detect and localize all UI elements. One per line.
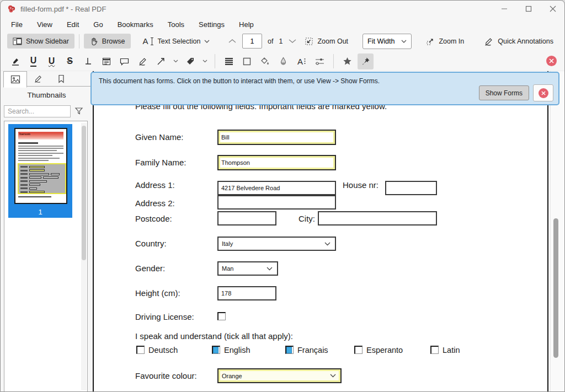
given-name-field[interactable] [217, 130, 336, 145]
forms-notification-bar: This document has forms. Click on the bu… [90, 72, 559, 105]
driving-license-checkbox[interactable] [217, 312, 226, 320]
thumbnail-footer-lines [15, 195, 66, 197]
menu-view[interactable]: View [30, 19, 60, 30]
city-field[interactable] [318, 211, 437, 225]
language-label-deutsch: Deutsch [148, 346, 178, 355]
address1-field[interactable] [217, 181, 336, 195]
browse-button[interactable]: Browse [84, 34, 131, 49]
tab-bookmarks[interactable] [50, 71, 72, 86]
gender-select[interactable]: Man [217, 261, 278, 276]
menu-tools[interactable]: Tools [161, 19, 191, 30]
main-toolbar: Show Sidebar Browse A Text Selection of … [1, 31, 565, 51]
zoom-in-button[interactable]: Zoom In [420, 34, 470, 49]
arrow-tool-button[interactable] [153, 53, 169, 69]
menu-help[interactable]: Help [232, 19, 261, 30]
address2-field[interactable] [217, 195, 336, 210]
caret-icon [84, 57, 93, 66]
language-checkbox-latin[interactable] [430, 346, 439, 354]
strikeout-icon: S [67, 57, 73, 66]
zoom-mode-select[interactable]: Fit Width [363, 34, 412, 49]
comment-tool-button[interactable] [116, 53, 132, 69]
family-name-field[interactable] [217, 155, 336, 170]
insert-caret-tool-button[interactable] [80, 53, 96, 69]
thumbnail-logo-text: foersom [18, 132, 63, 136]
city-label: City: [299, 214, 315, 223]
thumbnail-page-number: 1 [8, 208, 72, 216]
show-forms-button[interactable]: Show Forms [479, 85, 529, 100]
next-page-button[interactable] [288, 39, 297, 44]
menu-file[interactable]: File [4, 19, 30, 30]
ink-tool-button[interactable] [135, 53, 151, 69]
tab-annotations[interactable] [27, 71, 50, 86]
country-select[interactable]: Italy [217, 237, 336, 251]
previous-page-button[interactable] [228, 39, 237, 44]
sidebar-panel-title: Thumbnails [1, 91, 93, 99]
language-checkbox-english[interactable] [212, 346, 220, 354]
minimize-button[interactable] [496, 2, 513, 16]
pin-toolbar-button[interactable] [358, 53, 374, 69]
rectangle-icon [243, 57, 251, 66]
zoom-in-icon [426, 37, 435, 46]
chevron-down-icon [266, 267, 273, 271]
squiggly-underline-tool-button[interactable]: U [44, 53, 60, 69]
zoom-mode-value: Fit Width [367, 37, 395, 45]
dismiss-notification-button[interactable] [533, 84, 553, 101]
line-style-button[interactable] [221, 53, 237, 69]
favorites-button[interactable] [339, 53, 355, 69]
font-settings-button[interactable]: A [294, 53, 310, 69]
postcode-field[interactable] [217, 211, 276, 225]
underline-tool-button[interactable]: U [25, 53, 41, 69]
thumbnail-page-1[interactable]: foersom [8, 124, 72, 218]
pdf-page [93, 71, 548, 392]
annotation-toolbar: U U S [1, 51, 565, 71]
menu-bookmarks[interactable]: Bookmarks [110, 19, 161, 30]
zoom-out-button[interactable]: Zoom Out [299, 34, 354, 49]
tab-thumbnails[interactable] [3, 71, 27, 88]
country-label: Country: [135, 239, 167, 248]
family-name-label: Family Name: [135, 158, 186, 167]
maximize-button[interactable] [520, 2, 537, 16]
opacity-button[interactable] [275, 53, 291, 69]
page-number-input[interactable] [242, 34, 262, 49]
close-annotation-toolbar-button[interactable] [546, 56, 557, 66]
star-icon [343, 57, 352, 66]
close-button[interactable] [545, 2, 561, 16]
thumbnail-search-input[interactable] [4, 105, 71, 117]
zoom-out-icon [305, 37, 313, 46]
line-width-button[interactable] [312, 53, 328, 69]
sidebar-scrollbar-thumb[interactable] [82, 126, 86, 260]
document-scrollbar-thumb[interactable] [553, 218, 558, 358]
favourite-colour-label: Favourite colour: [135, 372, 197, 380]
close-circle-icon [546, 56, 557, 66]
quick-annotations-button[interactable]: Quick Annotations [478, 34, 559, 49]
squiggly-underline-icon: U [49, 57, 55, 66]
highlight-tool-button[interactable] [7, 53, 23, 69]
menu-settings[interactable]: Settings [191, 19, 232, 30]
address1-label: Address 1: [135, 181, 175, 190]
menu-go[interactable]: Go [86, 19, 110, 30]
text-selection-button[interactable]: A Text Selection [137, 34, 216, 49]
fill-color-button[interactable] [257, 53, 273, 69]
house-nr-field[interactable] [385, 181, 437, 195]
strikeout-tool-button[interactable]: S [62, 53, 78, 69]
note-tool-button[interactable] [98, 53, 114, 69]
favourite-colour-select[interactable]: Orange [217, 368, 342, 383]
show-sidebar-button[interactable]: Show Sidebar [7, 34, 74, 49]
filter-icon[interactable] [74, 107, 83, 115]
note-icon [102, 57, 111, 66]
toolbar-separator [215, 54, 215, 68]
rectangle-tool-button[interactable] [239, 53, 255, 69]
chevron-down-icon [204, 40, 210, 43]
tag-tool-dropdown[interactable] [200, 53, 209, 69]
arrow-icon [157, 57, 166, 66]
height-field[interactable] [217, 286, 276, 300]
tag-tool-button[interactable] [182, 53, 198, 69]
toolbar-separator [333, 54, 334, 68]
arrow-tool-dropdown[interactable] [171, 53, 180, 69]
menu-edit[interactable]: Edit [60, 19, 86, 30]
language-checkbox-deutsch[interactable] [136, 346, 145, 354]
gender-label: Gender: [135, 264, 165, 273]
paint-bucket-icon [260, 57, 270, 66]
language-checkbox-francais[interactable] [285, 346, 294, 354]
language-checkbox-esperanto[interactable] [354, 346, 363, 354]
